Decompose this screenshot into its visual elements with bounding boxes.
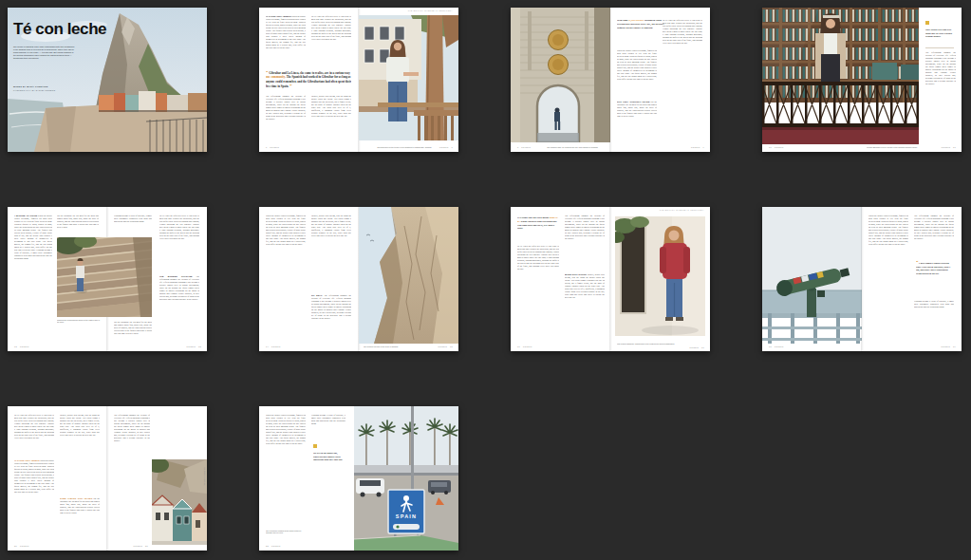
s2-photo-woman-balcony [359,15,458,140]
s6-photo-rock-cliff [359,207,458,344]
folio-right: Palabra · 11 [942,146,956,148]
article-photo-credit: PHOTOGRAPHY BY DANIEL ROMERO [13,89,76,92]
quote-text: With some [617,19,628,22]
lead-in: IT TAKES ONLY WEEKS [266,15,291,17]
folio-left: 22 · Palabra [266,545,281,547]
folio-left: 6 · Palabra [266,146,279,148]
body-column: NO DEAL The referendum changed the weath… [311,294,351,338]
body-column: The referendum changed the weather of ev… [114,414,150,537]
article-standfirst: The people of Gibraltar enjoy close rela… [13,46,76,60]
folio-left: 20 · Palabra [14,545,29,547]
body-column: Crossing became a ritual of patience, a … [311,414,345,439]
lead-in: NOT ONLY THROUGH TRADE [617,101,650,103]
body-column: The referendum changed the weather of ev… [266,95,306,139]
quote-text: . When you have been travelling and you … [517,220,556,231]
folio-right: Palabra · 9 [691,146,704,148]
photo-caption: Jennifer Ballantine Perera, director of … [867,146,925,148]
spread-gutter [106,406,109,551]
photo-caption: Climbing the Mediterranean Steps on the … [57,319,101,324]
folio-right: Palabra · 7 [439,146,453,148]
quote-highlight: 15,000 workers [628,19,644,22]
running-header: THE BRITISH OVERSEAS TERRITORY [628,210,704,212]
running-header: THE BRITISH OVERSEAS TERRITORY [377,10,453,12]
folio-left: 8 · Palabra [517,146,531,148]
folio-left: 14 · Palabra [266,345,281,347]
folio-right: Palabra · 15 [438,345,453,347]
body-column: NOT ONLY THROUGH TRADE On the esplanade … [617,101,657,139]
body-column: Identity, people kept saying, was the th… [60,414,100,494]
photo-caption: The northern cliff face of the Rock of G… [364,345,419,347]
body-text: The referendum changed the weather of ev… [159,275,199,300]
body-text: On the esplanade the old men fed the gul… [617,101,657,117]
body-column: Crossing became a ritual of patience, a … [114,215,152,233]
s5-photo-stairs [57,237,152,317]
body-column: I WANTED TO KNOW When the border closed … [14,215,52,338]
s8-photo-telescope [762,207,862,344]
body-column: IT TAKES ONLY WEEKS When the border clos… [14,459,54,537]
quote-text: Gibraltar and La Línea, she came to real… [269,71,349,75]
photo-caption: Eva Rodríguez on the terrace of her apar… [371,146,438,148]
spread-4[interactable]: They told us over and over again that we… [762,8,962,152]
folio-right: Palabra · 17 [689,346,704,348]
body-column: Crossing became a ritual of patience, a … [914,300,954,338]
lead-in: MORE RICH ROCKS [565,273,587,275]
lead-in: I WANTED TO KNOW [14,215,37,216]
body-column: THE BORDER CHARADE The referendum change… [159,275,199,338]
body-text: The referendum changed the weather of ev… [311,294,351,319]
quote-highlight: one community [266,75,285,79]
section-marker [313,444,317,448]
body-column: SOME TABLES THEY WATER On the esplanade … [60,497,100,537]
body-column: When the border closed overnight, famili… [266,414,306,526]
lead-in: THE BORDER CHARADE [159,275,193,277]
body-column: IT TAKES ONLY WEEKS When the border clos… [266,15,306,66]
spread-gutter [609,207,612,351]
body-column: When the border closed overnight, famili… [617,49,657,97]
spread-grid-canvas: Té con leche The people of Gibraltar enj… [0,0,971,560]
lead-in: NO DEAL [311,294,323,296]
spread-1-opener[interactable]: Té con leche The people of Gibraltar enj… [8,8,207,152]
body-text: When the border closed overnight, famili… [266,15,306,48]
body-column: When the border closed overnight, famili… [868,215,908,338]
section-marker [925,21,929,25]
spread-2[interactable]: IT TAKES ONLY WEEKS When the border clos… [259,8,458,152]
s3-photo-landport-gate [511,8,610,142]
body-column: In La Línea the cafés still serve té con… [517,245,559,338]
body-column: In La Línea the cafés still serve té con… [663,19,702,139]
pull-quote: With some 15,000 workers residing in Spa… [617,19,666,46]
s4-photo-garrison-library [762,8,919,144]
lead-in: IT TAKES ONLY WEEKS [14,459,40,461]
body-column: MORE RICH ROCKS Identity, people kept sa… [565,273,605,338]
s9-photo-catalan-bay-houses [152,459,207,545]
body-column: When the border closed overnight, famili… [266,215,306,338]
body-column: In La Línea the cafés still serve té con… [14,414,54,456]
body-text: When the border closed overnight, famili… [14,215,52,251]
photo-caption: The Landport Gate, for centuries the onl… [539,146,606,148]
spread-10[interactable]: When the border closed overnight, famili… [259,406,458,551]
spread-7[interactable]: It is ironic that this rock means home t… [511,207,710,351]
photo-caption: Mari-Carmen Baglietto, chairwoman of the… [617,343,693,345]
body-column: In La Línea the cafés still serve té con… [159,215,199,271]
quote-text: It is ironic that this rock means [517,216,550,219]
folio-left: 16 · Palabra [517,345,532,347]
folio-right: Palabra · 19 [941,345,956,347]
pull-quote: It is ironic that this rock means home t… [517,216,559,241]
photo-caption: The pedestrian crossing at the border be… [266,530,304,534]
body-column: On the esplanade the old men fed the gul… [114,321,152,338]
spread-8[interactable]: When the border closed overnight, famili… [762,207,962,351]
body-column: Identity, people kept saying, was the th… [311,215,351,290]
spread-5[interactable]: I WANTED TO KNOW When the border closed … [8,207,207,351]
spain-sign-label: SPAIN [388,514,424,520]
pull-quote: We live in the digital age, where border… [313,452,344,484]
spread-6[interactable]: When the border closed overnight, famili… [259,207,458,351]
body-text: On the esplanade the old men fed the gul… [60,497,100,513]
article-title: Té con leche [13,21,106,37]
folio-left: 12 · Palabra [14,345,29,347]
body-column: The referendum changed the weather of ev… [914,215,954,256]
quote-mark-icon: ” [289,84,292,88]
spread-9[interactable]: In La Línea the cafés still serve té con… [8,406,207,551]
folio-right: Palabra · 21 [133,545,148,547]
folio-right: Palabra · 13 [186,345,201,347]
spread-3[interactable]: With some 15,000 workers residing in Spa… [511,8,710,152]
body-column: The referendum changed the weather of ev… [925,51,956,139]
folio-left: 18 · Palabra [769,345,784,347]
